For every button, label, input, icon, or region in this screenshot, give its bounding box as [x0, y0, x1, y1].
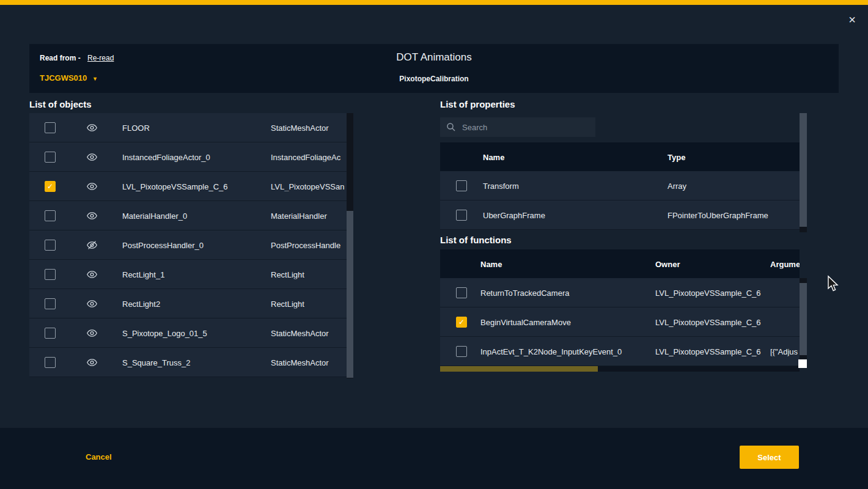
table-row[interactable]: ✓BeginVirtualCameraMoveLVL_PixotopeVSSam…: [440, 307, 800, 337]
objects-list-heading: List of objects: [29, 99, 92, 109]
row-checkbox[interactable]: [45, 269, 56, 280]
properties-search: [440, 117, 595, 137]
row-checkbox[interactable]: [45, 122, 56, 133]
properties-column-type: Type: [668, 152, 685, 161]
object-type: StaticMeshActor: [271, 328, 347, 337]
mouse-cursor: [826, 275, 839, 292]
function-name: BeginVirtualCameraMove: [480, 317, 571, 326]
table-row[interactable]: MaterialHandler_0MaterialHandler: [29, 201, 353, 230]
page-subtitle: PixotopeCalibration: [29, 75, 839, 83]
table-row[interactable]: ✓LVL_PixotopeVSSample_C_6LVL_PixotopeVSS…: [29, 172, 353, 201]
object-name: S_Pixotope_Logo_01_5: [122, 328, 207, 337]
table-row[interactable]: InpActEvt_T_K2Node_InputKeyEvent_0LVL_Pi…: [440, 337, 800, 366]
object-type: StaticMeshActor: [271, 123, 347, 132]
objects-scrollbar-thumb[interactable]: [347, 211, 353, 378]
functions-column-owner: Owner: [655, 259, 680, 268]
table-row[interactable]: InstancedFoliageActor_0InstancedFoliageA…: [29, 142, 353, 172]
select-button[interactable]: Select: [740, 446, 799, 469]
functions-horizontal-scrollbar[interactable]: [440, 366, 800, 372]
function-name: InpActEvt_T_K2Node_InputKeyEvent_0: [480, 347, 622, 356]
functions-scrollbar-thumb[interactable]: [800, 283, 807, 355]
row-checkbox[interactable]: [45, 328, 56, 339]
properties-table-header: Name Type: [440, 142, 800, 171]
functions-table: Name Owner Argume ReturnToTrackedCameraL…: [440, 249, 800, 366]
function-owner: LVL_PixotopeVSSample_C_6: [655, 317, 761, 326]
row-checkbox[interactable]: [45, 298, 56, 309]
row-checkbox[interactable]: [45, 152, 56, 163]
objects-list: FLOORStaticMeshActorInstancedFoliageActo…: [29, 113, 353, 378]
row-checkbox[interactable]: ✓: [456, 317, 467, 328]
objects-scrollbar[interactable]: [347, 113, 353, 378]
row-checkbox[interactable]: [45, 240, 56, 251]
object-type: StaticMeshActor: [271, 358, 347, 367]
object-name: S_Square_Truss_2: [122, 358, 191, 367]
visibility-icon[interactable]: [86, 356, 98, 368]
functions-horizontal-scrollbar-thumb[interactable]: [440, 366, 598, 372]
properties-list-heading: List of properties: [440, 99, 515, 109]
object-type: RectLight: [271, 299, 347, 308]
table-row[interactable]: PostProcessHandler_0PostProcessHandle: [29, 230, 353, 260]
properties-scrollbar-thumb[interactable]: [800, 113, 807, 227]
object-name: RectLight2: [122, 299, 160, 308]
property-name: UberGraphFrame: [483, 210, 545, 219]
object-name: LVL_PixotopeVSSample_C_6: [122, 182, 228, 191]
object-type: MaterialHandler: [271, 211, 347, 220]
search-icon: [446, 122, 456, 132]
functions-table-header: Name Owner Argume: [440, 249, 800, 278]
row-checkbox[interactable]: [456, 346, 467, 357]
table-row[interactable]: UberGraphFrameFPointerToUberGraphFrame: [440, 200, 800, 230]
functions-scrollbar[interactable]: [800, 278, 807, 366]
object-name: InstancedFoliageActor_0: [122, 152, 210, 161]
functions-column-name: Name: [480, 259, 502, 268]
property-type: Array: [668, 181, 686, 190]
visibility-off-icon[interactable]: [86, 239, 98, 251]
visibility-icon[interactable]: [86, 210, 98, 221]
row-checkbox[interactable]: [456, 180, 467, 191]
functions-column-arguments: Argume: [770, 259, 800, 268]
visibility-icon[interactable]: [86, 268, 98, 280]
properties-scrollbar[interactable]: [800, 113, 807, 232]
object-name: MaterialHandler_0: [122, 211, 187, 220]
object-type: PostProcessHandle: [271, 240, 347, 249]
object-type: RectLight: [271, 270, 347, 279]
dialog-footer: Cancel Select: [0, 428, 868, 489]
property-name: Transform: [483, 181, 519, 190]
table-row[interactable]: RectLight2RectLight: [29, 289, 353, 318]
function-owner: LVL_PixotopeVSSample_C_6: [655, 347, 761, 356]
row-checkbox[interactable]: [456, 287, 467, 298]
functions-list-heading: List of functions: [440, 235, 512, 245]
table-row[interactable]: S_Square_Truss_2StaticMeshActor: [29, 348, 353, 377]
function-arguments: [{"Adjus: [770, 347, 800, 356]
function-owner: LVL_PixotopeVSSample_C_6: [655, 288, 761, 297]
row-checkbox[interactable]: [456, 210, 467, 221]
function-name: ReturnToTrackedCamera: [480, 288, 569, 297]
object-name: PostProcessHandler_0: [122, 240, 204, 249]
page-title: DOT Animations: [29, 51, 839, 64]
table-row[interactable]: S_Pixotope_Logo_01_5StaticMeshActor: [29, 318, 353, 348]
properties-column-name: Name: [483, 152, 504, 161]
table-row[interactable]: ReturnToTrackedCameraLVL_PixotopeVSSampl…: [440, 278, 800, 307]
object-type: LVL_PixotopeVSSan: [271, 182, 347, 191]
visibility-icon[interactable]: [86, 298, 98, 309]
visibility-icon[interactable]: [86, 327, 98, 339]
table-row[interactable]: TransformArray: [440, 171, 800, 200]
object-type: InstancedFoliageAc: [271, 152, 347, 161]
scrollbar-corner: [798, 359, 807, 368]
table-row[interactable]: RectLight_1RectLight: [29, 260, 353, 289]
top-accent-bar: [0, 0, 868, 5]
properties-table: Name Type TransformArrayUberGraphFrameFP…: [440, 142, 800, 230]
close-icon[interactable]: ×: [848, 13, 856, 26]
dialog-header: Read from - Re-read TJCGWS010 ▼ DOT Anim…: [29, 44, 839, 93]
object-name: FLOOR: [122, 123, 150, 132]
object-name: RectLight_1: [122, 270, 164, 279]
visibility-icon[interactable]: [86, 122, 98, 133]
property-type: FPointerToUberGraphFrame: [668, 210, 768, 219]
visibility-icon[interactable]: [86, 151, 98, 163]
visibility-icon[interactable]: [86, 180, 98, 192]
cancel-button[interactable]: Cancel: [86, 452, 112, 461]
row-checkbox[interactable]: ✓: [45, 181, 56, 192]
row-checkbox[interactable]: [45, 210, 56, 221]
table-row[interactable]: FLOORStaticMeshActor: [29, 113, 353, 142]
row-checkbox[interactable]: [45, 357, 56, 368]
search-input[interactable]: [461, 122, 586, 133]
